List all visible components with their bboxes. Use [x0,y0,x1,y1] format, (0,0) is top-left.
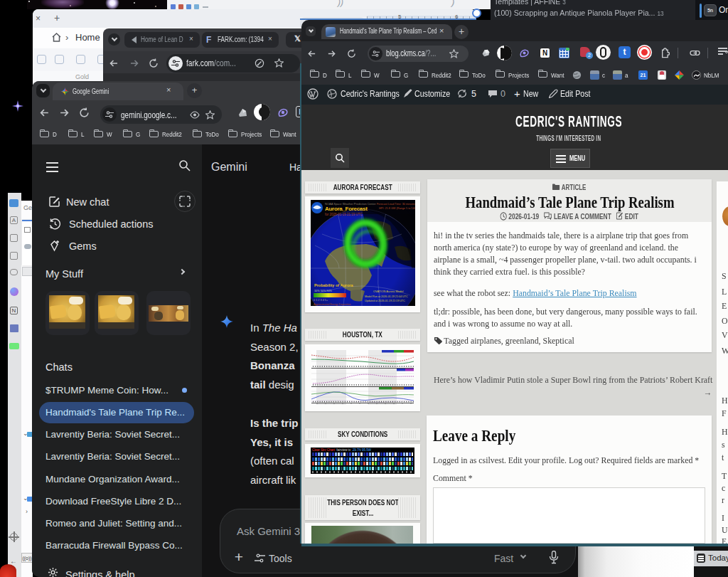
svg-text:Forecast Lead Time: 30 minutes: Forecast Lead Time: 30 minutes [377,203,415,206]
svg-text:Updated at 2026-01-19 21:19 UT: Updated at 2026-01-19 21:19 UTC [365,300,405,302]
svg-text:10% 50% 90%: 10% 50% 90% [314,290,333,292]
svg-text:NOAA Space Weather Prediction: NOAA Space Weather Prediction Center [325,202,376,206]
svg-text:0 1 2 3 4 5+: 0 1 2 3 4 5+ [314,299,328,302]
svg-text:Model Run at 2026-01-19 21:04: Model Run at 2026-01-19 21:04 UTC [365,295,408,298]
svg-text:Probability of Aurora: Probability of Aurora [314,283,353,287]
svg-text:Approximated Energy Deposition: Approximated Energy Deposition [314,303,351,306]
svg-text:HPI: 21.8 GW (Range 5 to 140): HPI: 21.8 GW (Range 5 to 140) [379,207,415,210]
svg-text:OVATION Aurora Model: OVATION Aurora Model [373,290,403,293]
svg-text:for 2026-01-19 21:19 UTC: for 2026-01-19 21:19 UTC [325,213,363,216]
svg-text:Aurora_Forecast: Aurora_Forecast [325,206,368,212]
